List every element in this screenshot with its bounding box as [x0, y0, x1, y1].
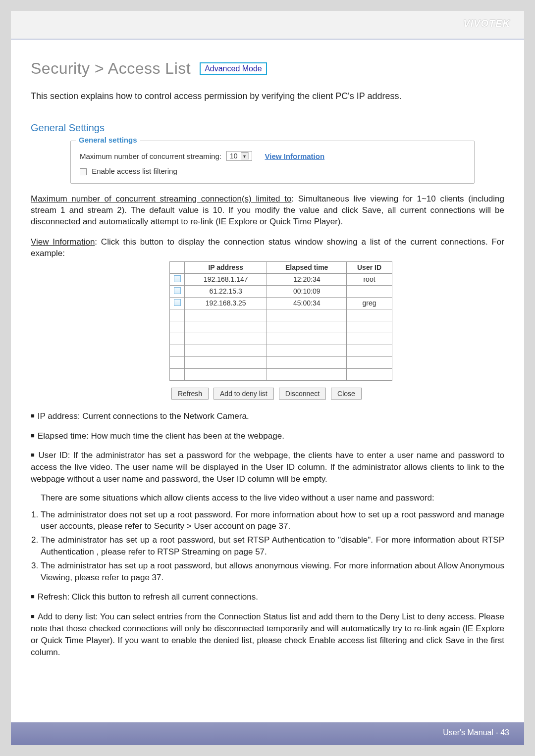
table-cell	[267, 333, 347, 345]
table-cell	[347, 333, 392, 345]
situation-2: The administrator has set up a root pass…	[41, 534, 504, 558]
table-cell: 192.168.1.147	[185, 273, 267, 285]
table-cell	[267, 356, 347, 368]
table-cell	[185, 368, 267, 380]
enable-filtering-label: Enable access list filtering	[92, 167, 177, 175]
row-checkbox[interactable]	[174, 287, 181, 294]
table-cell: 61.22.15.3	[185, 285, 267, 297]
table-cell	[267, 321, 347, 333]
footer-text: User's Manual - 43	[443, 728, 509, 737]
table-cell: greg	[347, 297, 392, 309]
max-streaming-value: 10	[230, 152, 238, 160]
situation-1: The administrator does not set up a root…	[41, 509, 504, 533]
table-cell	[347, 368, 392, 380]
row-checkbox[interactable]	[174, 299, 181, 306]
table-cell	[185, 345, 267, 356]
enable-filtering-checkbox[interactable]	[80, 168, 87, 175]
bullet-add-deny: ■Add to deny list: You can select entrie…	[31, 611, 504, 658]
advanced-mode-badge: Advanced Mode	[200, 62, 267, 75]
table-cell	[267, 309, 347, 321]
table-cell	[267, 345, 347, 356]
general-settings-heading: General Settings	[31, 122, 504, 134]
table-cell	[185, 356, 267, 368]
table-cell: 00:10:09	[267, 285, 347, 297]
table-cell	[267, 368, 347, 380]
table-row	[170, 345, 392, 356]
chevron-down-icon: ▾	[241, 152, 249, 159]
brand-text: VIVOTEK	[463, 18, 510, 29]
brand-bar: VIVOTEK	[11, 11, 524, 39]
connection-status-table: IP address Elapsed time User ID 192.168.…	[169, 261, 392, 381]
col-userid: User ID	[347, 261, 392, 273]
general-settings-fieldset: General settings Maximum number of concu…	[70, 141, 475, 184]
table-cell	[347, 309, 392, 321]
table-cell	[347, 356, 392, 368]
max-streaming-paragraph: Maximum number of concurrent streaming c…	[31, 194, 504, 228]
bullet-userid: ■User ID: If the administrator has set a…	[31, 450, 504, 583]
col-elapsed: Elapsed time	[267, 261, 347, 273]
table-row	[170, 321, 392, 333]
close-button[interactable]: Close	[331, 388, 362, 400]
table-row	[170, 309, 392, 321]
table-cell: 12:20:34	[267, 273, 347, 285]
table-row: 192.168.1.14712:20:34root	[170, 273, 392, 285]
bullet-refresh: ■Refresh: Click this button to refresh a…	[31, 591, 504, 603]
row-checkbox[interactable]	[174, 275, 181, 282]
bullet-ip: ■IP address: Current connections to the …	[31, 410, 504, 422]
table-cell	[185, 321, 267, 333]
max-streaming-label: Maximum number of concurrent streaming:	[80, 152, 221, 160]
intro-text: This section explains how to control acc…	[31, 90, 504, 102]
table-cell	[185, 309, 267, 321]
table-cell	[185, 333, 267, 345]
table-cell	[347, 285, 392, 297]
table-cell	[347, 321, 392, 333]
disconnect-button[interactable]: Disconnect	[279, 388, 326, 400]
table-row	[170, 356, 392, 368]
add-to-deny-list-button[interactable]: Add to deny list	[214, 388, 274, 400]
connection-status-panel: IP address Elapsed time User ID 192.168.…	[169, 261, 392, 400]
table-row: 61.22.15.300:10:09	[170, 285, 392, 297]
fieldset-legend: General settings	[76, 136, 140, 144]
table-cell: 45:00:34	[267, 297, 347, 309]
col-ip: IP address	[185, 261, 267, 273]
table-row	[170, 333, 392, 345]
view-information-link[interactable]: View Information	[265, 152, 325, 160]
view-information-paragraph: View Information: Click this button to d…	[31, 237, 504, 259]
situation-3: The administrator has set up a root pass…	[41, 560, 504, 584]
refresh-button[interactable]: Refresh	[171, 388, 209, 400]
page-title: Security > Access List	[31, 59, 191, 78]
table-row: 192.168.3.2545:00:34greg	[170, 297, 392, 309]
table-cell: 192.168.3.25	[185, 297, 267, 309]
table-cell: root	[347, 273, 392, 285]
bullet-elapsed: ■Elapsed time: How much time the client …	[31, 430, 504, 442]
max-streaming-select[interactable]: 10 ▾	[226, 151, 252, 161]
table-cell	[347, 345, 392, 356]
page-footer: User's Manual - 43	[11, 722, 524, 745]
table-row	[170, 368, 392, 380]
